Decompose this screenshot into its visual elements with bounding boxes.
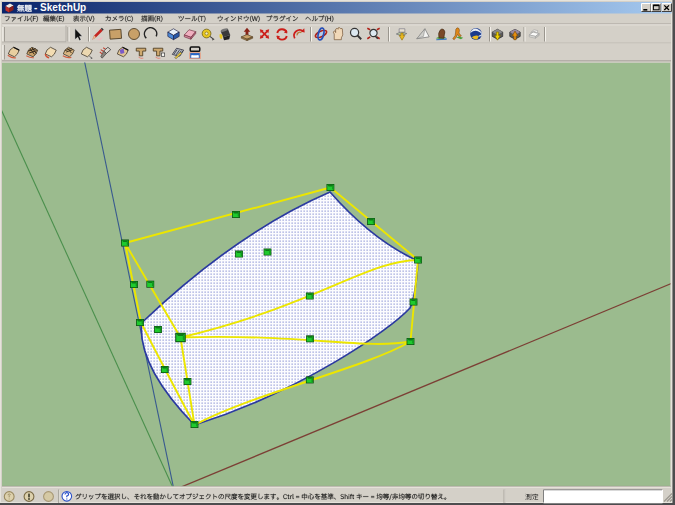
svg-text:- SketchUp: - SketchUp (34, 2, 86, 13)
